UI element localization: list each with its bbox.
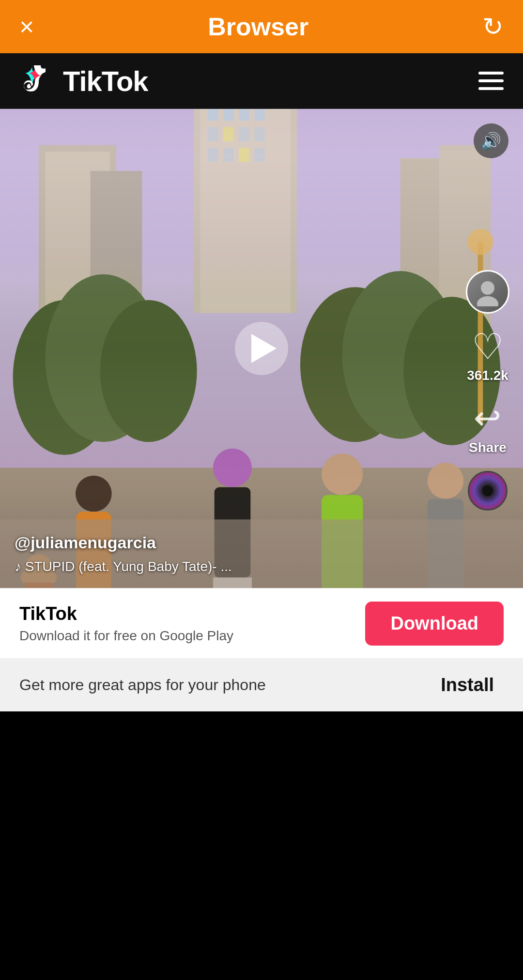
app-name: TikTok (19, 603, 233, 624)
video-info: @juliamenugarcia ♪ STUPID (feat. Yung Ba… (15, 533, 455, 574)
sound-button[interactable]: 🔊 (474, 123, 508, 158)
video-username[interactable]: @juliamenugarcia (15, 533, 455, 552)
share-label: Share (469, 440, 507, 455)
like-action[interactable]: ♡ 361.2k (467, 329, 508, 383)
video-container: 🔊 ♡ 361.2k ↪ Share (0, 109, 523, 588)
music-disc-center (482, 485, 493, 496)
browser-title: Browser (208, 12, 308, 41)
play-triangle-icon (251, 334, 277, 363)
svg-rect-10 (223, 127, 233, 141)
refresh-button[interactable]: ↻ (482, 12, 504, 41)
video-frame[interactable]: 🔊 ♡ 361.2k ↪ Share (0, 109, 523, 588)
hamburger-menu[interactable] (478, 72, 504, 90)
svg-rect-5 (208, 109, 218, 121)
svg-rect-9 (208, 127, 218, 141)
install-button[interactable]: Install (431, 670, 504, 700)
install-text: Get more great apps for your phone (19, 676, 266, 694)
play-button[interactable] (235, 322, 288, 375)
svg-rect-12 (254, 127, 264, 141)
browser-bar: × Browser ↻ (0, 0, 523, 53)
download-banner: TikTok Download it for free on Google Pl… (0, 588, 523, 658)
tiktok-navbar: TikTok (0, 53, 523, 109)
svg-rect-6 (223, 109, 233, 121)
install-banner: Get more great apps for your phone Insta… (0, 658, 523, 711)
tiktok-logo-text: TikTok (63, 65, 148, 97)
app-info: TikTok Download it for free on Google Pl… (19, 603, 233, 644)
svg-rect-8 (254, 109, 264, 121)
download-button[interactable]: Download (365, 602, 504, 646)
svg-rect-16 (254, 148, 264, 162)
video-song[interactable]: ♪ STUPID (feat. Yung Baby Tate)- ... (15, 559, 455, 574)
svg-rect-7 (239, 109, 249, 121)
svg-point-45 (428, 463, 464, 499)
music-disc[interactable] (468, 471, 508, 511)
video-actions: ♡ 361.2k ↪ Share (466, 270, 509, 511)
share-action[interactable]: ↪ Share (469, 399, 507, 455)
close-button[interactable]: × (19, 12, 34, 41)
svg-point-24 (100, 300, 197, 442)
svg-point-53 (481, 281, 494, 295)
creator-avatar[interactable] (466, 270, 509, 314)
svg-rect-15 (239, 148, 249, 162)
svg-rect-14 (223, 148, 233, 162)
svg-point-54 (477, 296, 498, 306)
heart-icon: ♡ (472, 329, 504, 365)
svg-point-29 (467, 229, 493, 255)
hamburger-line-3 (478, 87, 504, 90)
tiktok-logo[interactable]: TikTok (19, 63, 148, 98)
sound-icon: 🔊 (481, 131, 501, 151)
svg-point-30 (76, 476, 112, 512)
app-tagline: Download it for free on Google Play (19, 628, 233, 644)
share-icon: ↪ (474, 399, 501, 437)
hamburger-line-2 (478, 79, 504, 82)
svg-rect-13 (208, 148, 218, 162)
svg-point-34 (213, 449, 252, 487)
hamburger-line-1 (478, 72, 504, 75)
svg-point-39 (322, 453, 363, 495)
svg-rect-11 (239, 127, 249, 141)
likes-count: 361.2k (467, 368, 508, 383)
